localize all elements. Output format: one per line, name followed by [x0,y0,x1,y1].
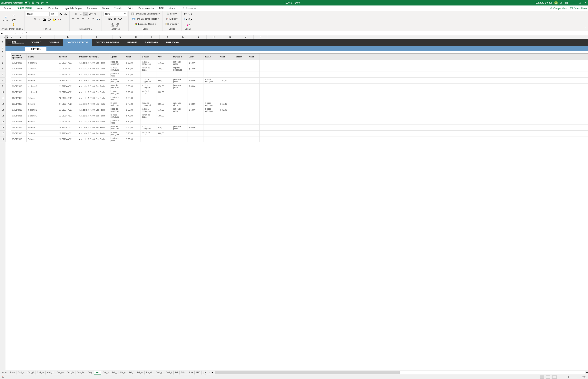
format-table-button[interactable]: Formatar como Tabela▾ [131,17,160,21]
valor[interactable] [248,113,260,119]
valor[interactable]: $ 70,00 [156,107,172,113]
page-layout-view-icon[interactable] [546,376,550,379]
sheet-tab-Desp[interactable]: Desp [86,371,94,375]
col-header-M[interactable]: M [207,35,222,39]
col-header-C[interactable]: C [15,35,27,39]
align-center-icon[interactable] [76,17,80,22]
Dirección de entrega[interactable]: A la calle, N ° 100, Sao Paulo [78,101,109,107]
valor[interactable] [248,101,260,107]
sheet-tab-INI[interactable]: INI [174,371,180,375]
1 pizza[interactable]: jamón de pizza [109,136,125,142]
format-painter-icon[interactable] [11,22,16,27]
pizza 4[interactable] [203,113,219,119]
cliente[interactable]: el cliente 2 [27,66,58,72]
sheet-tab-LUZ[interactable]: LUZ [195,371,202,375]
table-row[interactable]: 03/01/20183 cliente13 91234-4321A la cal… [11,119,588,125]
valor[interactable] [248,83,260,89]
valor[interactable] [219,89,235,95]
col-9[interactable]: valor [188,53,203,60]
col-header-J[interactable]: J [159,35,175,39]
Fecha de aplicación[interactable]: 03/01/2018 [11,107,27,113]
dialog-launcher-icon[interactable]: ◢ [49,28,51,30]
delete-cells-button[interactable]: Excluir▾ [165,17,179,21]
table-row[interactable]: 02/01/2018el cliente 212 91234-4321A la … [11,89,588,95]
avatar[interactable]: LB [554,1,558,4]
valor[interactable]: $ 60,00 [188,83,203,89]
Fecha de aplicación[interactable]: 05/01/2018 [11,125,27,130]
nav-instrucción[interactable]: INSTRUCCIÓN [162,39,183,46]
Dirección de entrega[interactable]: A la calle, N ° 100, Sao Paulo [78,60,109,66]
1 pizza[interactable]: la pizza portugués [109,131,125,136]
valor[interactable] [248,66,260,72]
italic-button[interactable]: I [37,17,42,22]
Fecha de aplicación[interactable]: 02/01/2018 [11,95,27,101]
sheet-tab-Dash_f[interactable]: Dash_f [164,371,174,375]
1 pizza[interactable]: pizza de pepperoni [109,125,125,130]
2 pizzas[interactable] [141,95,156,101]
hscroll-right-icon[interactable]: ▶ [587,371,588,374]
dialog-launcher-icon[interactable]: ◢ [118,28,120,30]
sheet-tab-Rel_vb[interactable]: Rel_vb [145,371,154,375]
pizza 4[interactable]: la pizza portugués [203,107,219,113]
row-header-6[interactable]: 6 [0,66,5,72]
valor[interactable]: $ 60,00 [156,131,172,136]
sheet-tab-Cad_en[interactable]: Cad_en [55,371,65,375]
col-header-B[interactable]: B [8,35,15,39]
accept-formula-icon[interactable]: ✓ [22,32,24,34]
table-row[interactable]: 02/01/20183 cliente13 91234-4321A la cal… [11,95,588,101]
col-3[interactable]: Dirección de entrega [78,53,109,60]
cliente[interactable]: 4 cliente [27,125,58,130]
row-header-15[interactable]: 15 [0,119,5,125]
la pizza 3[interactable]: jamón de pizza [172,101,188,107]
valor[interactable] [248,89,260,95]
1 pizza[interactable]: jamón de pizza [109,72,125,78]
col-4[interactable]: 1 pizza [109,53,125,60]
pizza 4[interactable]: la pizza portugués [203,101,219,107]
teléfono[interactable]: 13 91234-4321 [58,136,78,142]
2 pizzas[interactable]: la pizza portugués [141,107,156,113]
tab-inserir[interactable]: Inserir [34,5,46,11]
tab-arquivo[interactable]: Arquivo [1,5,14,11]
pizza 4[interactable]: la pizza portugués [203,78,219,83]
valor[interactable]: $ 60,00 [125,83,141,89]
cliente[interactable]: el cliente 2 [27,89,58,95]
1 pizza[interactable]: la pizza portugués [109,78,125,83]
valor[interactable] [188,89,203,95]
cut-icon[interactable] [11,13,16,17]
col-header-N[interactable]: N [222,35,238,39]
col-header-F[interactable]: F [81,35,112,39]
2 pizzas[interactable]: la pizza portugués [141,60,156,66]
valor[interactable] [248,136,260,142]
sheet-tab-Base[interactable]: Base [9,371,16,375]
dec-decimal-icon[interactable]: ,00,0 [115,23,120,27]
pizza 4[interactable] [203,60,219,66]
merge-icon[interactable]: ▾ [96,17,100,22]
1 pizza[interactable]: jamón de pizza [109,119,125,125]
pizza 5[interactable] [235,107,248,113]
row-header-12[interactable]: 12 [0,101,5,107]
sheet-tab-Rel_f[interactable]: Rel_f [127,371,135,375]
col-10[interactable]: pizza 4 [203,53,219,60]
valor[interactable]: $ 60,00 [156,101,172,107]
clear-icon[interactable]: ▾ [186,23,190,27]
2 pizzas[interactable]: jamón de pizza [141,66,156,72]
col-5[interactable]: valor [125,53,141,60]
pizza 4[interactable] [203,136,219,142]
tab-layout-da-página[interactable]: Layout da Página [61,5,84,11]
sort-filter-icon[interactable]: AZ▾ [188,12,192,16]
sheet-tab-DUV[interactable]: DUV [180,371,187,375]
2 pizzas[interactable]: pizza de pepperoni [141,101,156,107]
valor[interactable]: $ 60,00 [156,66,172,72]
tab-ajuda[interactable]: Ajuda [167,5,178,11]
qat-more-icon[interactable]: ▾ [46,1,49,4]
nav-compras[interactable]: COMPRAS [45,39,63,46]
valor[interactable] [219,66,235,72]
valor[interactable] [156,119,172,125]
valor[interactable]: $ 60,00 [188,107,203,113]
align-right-icon[interactable] [81,17,85,22]
pizza 5[interactable] [235,95,248,101]
la pizza 3[interactable] [172,95,188,101]
font-size-select[interactable] [50,12,58,16]
valor[interactable] [188,113,203,119]
tab-desenhar[interactable]: Desenhar [46,5,61,11]
